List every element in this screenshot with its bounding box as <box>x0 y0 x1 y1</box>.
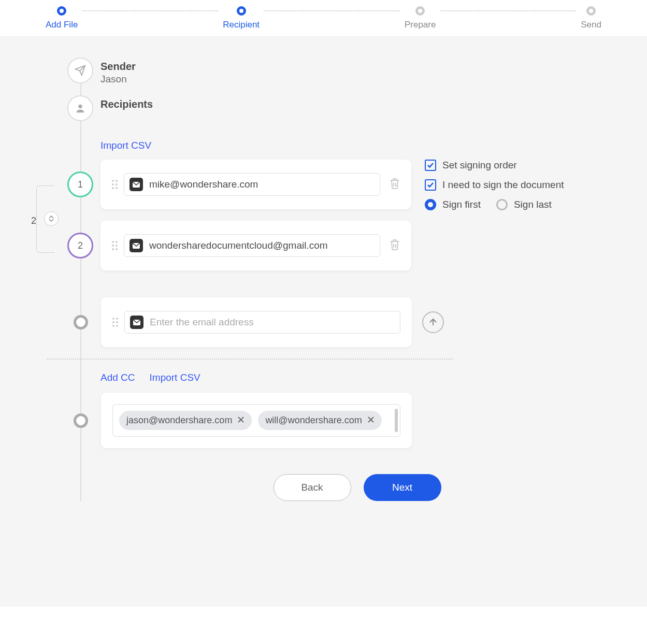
step-label: Recipient <box>223 20 260 30</box>
step-dot-icon <box>415 6 425 16</box>
step-dot-icon <box>57 6 66 16</box>
new-recipient-row <box>67 297 647 347</box>
email-input-wrap[interactable] <box>124 311 400 334</box>
progress-stepper: Add File Recipient Prepare Send <box>0 0 647 30</box>
recipients-node: Recipients <box>67 95 647 121</box>
drag-handle-icon[interactable] <box>112 241 118 250</box>
mail-icon <box>130 316 143 329</box>
paper-plane-icon <box>67 58 93 83</box>
cc-chip: will@wondershare.com <box>258 411 381 430</box>
section-separator <box>47 359 453 360</box>
empty-order-badge <box>74 413 88 428</box>
email-input-wrap[interactable] <box>124 234 380 257</box>
order-badge[interactable]: 2 <box>67 233 93 259</box>
step-send[interactable]: Send <box>577 6 606 30</box>
stepper-line <box>67 10 580 11</box>
cc-chip-email: will@wondershare.com <box>265 415 362 426</box>
step-dot-icon <box>237 6 246 16</box>
step-label: Send <box>581 20 601 30</box>
recipient-card <box>101 297 412 347</box>
new-recipient-email-input[interactable] <box>150 317 395 328</box>
svg-point-0 <box>78 105 82 108</box>
cc-card: jason@wondershare.com will@wondershare.c… <box>101 393 412 448</box>
recipient-row: 1 <box>67 160 647 209</box>
drag-handle-icon[interactable] <box>112 180 118 189</box>
import-csv-link[interactable]: Import CSV <box>100 140 151 151</box>
recipient-email-input[interactable] <box>149 179 375 190</box>
delete-recipient-button[interactable] <box>390 239 400 252</box>
recipient-card <box>100 160 411 209</box>
order-number: 2 <box>78 240 83 251</box>
email-input-wrap[interactable] <box>124 173 380 196</box>
person-icon <box>67 95 93 121</box>
recipient-email-input[interactable] <box>149 240 375 251</box>
add-cc-link[interactable]: Add CC <box>100 372 135 383</box>
remove-chip-button[interactable] <box>237 415 245 426</box>
cc-chip-container[interactable]: jason@wondershare.com will@wondershare.c… <box>112 404 400 437</box>
order-number: 1 <box>78 179 83 190</box>
mail-icon <box>130 178 143 191</box>
recipient-card <box>100 221 411 270</box>
back-button[interactable]: Back <box>274 474 351 501</box>
sender-node: Sender Jason <box>67 58 647 85</box>
step-prepare[interactable]: Prepare <box>400 6 440 30</box>
reorder-toggle-button[interactable] <box>44 211 59 226</box>
recipient-row: 2 <box>67 221 647 270</box>
step-label: Prepare <box>405 20 436 30</box>
mail-icon <box>130 239 143 252</box>
recipients-title: Recipients <box>100 98 153 110</box>
step-recipient[interactable]: Recipient <box>219 6 264 30</box>
sender-title: Sender <box>100 61 136 73</box>
scrollbar[interactable] <box>395 409 398 432</box>
step-label: Add File <box>46 20 78 30</box>
remove-chip-button[interactable] <box>367 415 375 426</box>
sender-name: Jason <box>100 74 136 85</box>
step-add-file[interactable]: Add File <box>41 6 82 30</box>
step-dot-icon <box>586 6 596 16</box>
import-csv-cc-link[interactable]: Import CSV <box>150 372 200 383</box>
drag-handle-icon[interactable] <box>112 318 118 327</box>
cc-links-row: Add CC Import CSV <box>100 372 647 383</box>
bracket-count: 2 <box>31 216 36 226</box>
move-up-button[interactable] <box>422 311 444 333</box>
empty-order-badge <box>74 315 88 330</box>
cc-chip-email: jason@wondershare.com <box>126 415 232 426</box>
footer-buttons: Back Next <box>67 474 647 501</box>
cc-chip: jason@wondershare.com <box>119 411 252 430</box>
order-badge[interactable]: 1 <box>67 171 93 197</box>
next-button[interactable]: Next <box>364 474 441 501</box>
delete-recipient-button[interactable] <box>390 178 400 191</box>
cc-row: jason@wondershare.com will@wondershare.c… <box>67 393 647 448</box>
